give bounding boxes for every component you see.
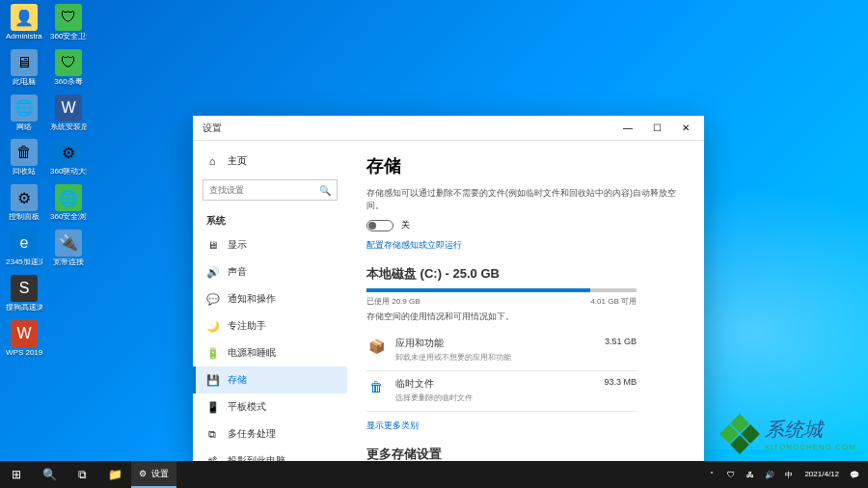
sidebar-item-icon: 💾 [206, 374, 218, 387]
sidebar-home[interactable]: ⌂ 主页 [193, 149, 347, 174]
sidebar-item-icon: 🔊 [206, 266, 218, 279]
page-title: 存储 [366, 154, 685, 177]
sidebar-item-label: 通知和操作 [228, 292, 276, 306]
storage-item-sub: 卸载未使用或不想要的应用和功能 [395, 352, 595, 363]
storage-item-icon: 📦 [366, 337, 386, 356]
usage-desc: 存储空间的使用情况和可用情况如下。 [366, 311, 685, 323]
storage-progress [366, 288, 637, 292]
sidebar-item-多任务处理[interactable]: ⧉多任务处理 [193, 420, 347, 447]
window-title: 设置 [203, 122, 222, 135]
sidebar-item-icon: ⧉ [206, 428, 218, 441]
sidebar-item-icon: 🌙 [206, 320, 218, 333]
storage-item-sub: 选择要删除的临时文件 [395, 393, 594, 403]
sidebar-item-label: 存储 [228, 373, 247, 387]
home-icon: ⌂ [206, 155, 218, 167]
watermark-logo-icon [720, 415, 759, 453]
sidebar-item-声音[interactable]: 🔊声音 [193, 258, 347, 285]
storage-sense-toggle[interactable] [366, 220, 393, 231]
sidebar-item-电源和睡眠[interactable]: 🔋电源和睡眠 [193, 339, 347, 366]
desktop-icon[interactable]: W系统安装后必看.docx [50, 95, 87, 132]
taskbar-app-settings[interactable]: ⚙ 设置 [131, 461, 176, 488]
content-area: 存储 存储感知可以通过删除不需要的文件(例如临时文件和回收站中的内容)自动释放空… [347, 141, 704, 463]
task-view-button[interactable]: ⧉ [66, 461, 98, 488]
desktop-icon[interactable]: ⚙360驱动大师 [50, 139, 87, 176]
free-label: 4.01 GB 可用 [590, 296, 637, 307]
watermark: 系统城 XITONGCHENG.COM [720, 415, 856, 453]
desktop-icon[interactable]: 🖥此电脑 [6, 49, 42, 87]
storage-sense-desc: 存储感知可以通过删除不需要的文件(例如临时文件和回收站中的内容)自动释放空间。 [366, 187, 685, 211]
taskbar: ⊞ 🔍 ⧉ 📁 ⚙ 设置 ˄ 🛡 🖧 🔊 中 2021/4/12 💬 [0, 461, 868, 488]
tray-sound-icon[interactable]: 🔊 [762, 461, 777, 488]
sidebar-item-专注助手[interactable]: 🌙专注助手 [193, 312, 347, 339]
sidebar-item-icon: 📱 [206, 401, 218, 414]
storage-category-item[interactable]: 🗑 临时文件 选择要删除的临时文件 93.3 MB [366, 371, 637, 412]
sidebar-item-icon: 🖥 [206, 239, 218, 251]
gear-icon: ⚙ [139, 469, 147, 478]
sidebar-item-label: 专注助手 [228, 319, 266, 333]
storage-item-size: 93.3 MB [604, 377, 637, 387]
sidebar-item-存储[interactable]: 💾存储 [193, 366, 347, 393]
sidebar-item-label: 平板模式 [228, 400, 266, 414]
desktop-icon[interactable]: 🔌宽带连接 [50, 230, 87, 267]
sidebar-item-显示[interactable]: 🖥显示 [193, 231, 347, 258]
used-label: 已使用 20.9 GB [366, 296, 420, 307]
sidebar-home-label: 主页 [228, 154, 247, 168]
sidebar-item-平板模式[interactable]: 📱平板模式 [193, 393, 347, 420]
desktop-icon[interactable]: S搜狗高速浏览器 [6, 275, 42, 312]
sidebar: ⌂ 主页 🔍 系统 🖥显示🔊声音💬通知和操作🌙专注助手🔋电源和睡眠💾存储📱平板模… [193, 141, 347, 463]
file-explorer-button[interactable]: 📁 [98, 461, 131, 488]
sidebar-item-label: 声音 [228, 265, 247, 279]
sidebar-item-label: 显示 [228, 238, 247, 252]
tray-chevron-icon[interactable]: ˄ [704, 461, 719, 488]
notification-button[interactable]: 💬 [847, 461, 862, 488]
show-more-categories-link[interactable]: 显示更多类别 [366, 420, 685, 432]
desktop-icon[interactable]: ⚙控制面板 [6, 184, 42, 222]
close-button[interactable]: ✕ [671, 117, 700, 140]
desktop-icons: 👤Administrat... 🛡360安全卫士 🖥此电脑 🛡360杀毒 🌐网络… [6, 4, 87, 357]
configure-storage-sense-link[interactable]: 配置存储感知或立即运行 [366, 239, 685, 252]
maximize-button[interactable]: ☐ [642, 117, 671, 140]
sidebar-item-label: 多任务处理 [228, 427, 276, 441]
sidebar-item-icon: 🔋 [206, 347, 218, 360]
search-box[interactable]: 🔍 [203, 179, 338, 201]
storage-item-title: 临时文件 [395, 377, 594, 391]
settings-window: 设置 — ☐ ✕ ⌂ 主页 🔍 系统 🖥显示🔊声音💬通知和操作🌙专注助手🔋电源和… [193, 116, 704, 463]
titlebar: 设置 — ☐ ✕ [193, 116, 704, 141]
minimize-button[interactable]: — [613, 117, 642, 140]
sidebar-section: 系统 [193, 206, 347, 231]
start-button[interactable]: ⊞ [0, 461, 33, 488]
desktop-icon[interactable]: 🌐360安全浏览器 [50, 184, 87, 222]
tray-shield-icon[interactable]: 🛡 [723, 461, 739, 488]
search-button[interactable]: 🔍 [33, 461, 66, 488]
taskbar-clock[interactable]: 2021/4/12 [800, 470, 843, 479]
search-icon: 🔍 [319, 185, 331, 196]
taskbar-app-label: 设置 [151, 468, 169, 480]
toggle-state: 关 [401, 219, 410, 231]
storage-category-item[interactable]: 📦 应用和功能 卸载未使用或不想要的应用和功能 3.51 GB [366, 331, 637, 371]
storage-item-size: 3.51 GB [605, 337, 637, 346]
sidebar-item-通知和操作[interactable]: 💬通知和操作 [193, 285, 347, 312]
sidebar-item-label: 电源和睡眠 [228, 346, 276, 360]
desktop-icon[interactable]: 🛡360安全卫士 [50, 4, 87, 41]
desktop-icon[interactable]: 🛡360杀毒 [50, 49, 87, 87]
drive-heading: 本地磁盘 (C:) - 25.0 GB [366, 265, 685, 283]
tray-network-icon[interactable]: 🖧 [743, 461, 758, 488]
desktop-icon[interactable]: 👤Administrat... [6, 4, 42, 41]
desktop-icon[interactable]: 🗑回收站 [6, 139, 42, 176]
storage-item-title: 应用和功能 [395, 337, 595, 350]
ime-indicator[interactable]: 中 [781, 461, 797, 488]
storage-item-icon: 🗑 [366, 377, 386, 396]
desktop-icon[interactable]: e2345加速浏览器 [6, 230, 42, 267]
desktop-icon[interactable]: WWPS 2019 [6, 320, 42, 358]
desktop-icon[interactable]: 🌐网络 [6, 95, 42, 132]
search-input[interactable] [209, 185, 319, 195]
sidebar-item-icon: 💬 [206, 293, 218, 306]
